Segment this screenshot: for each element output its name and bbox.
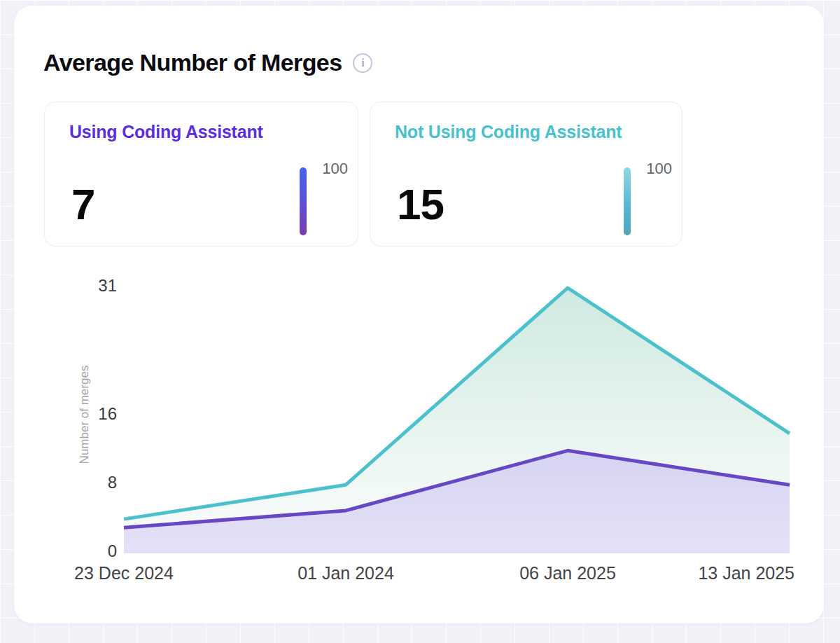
x-axis-label: 01 Jan 2024 [298, 562, 394, 583]
y-tick-label: 0 [108, 541, 117, 561]
page-title: Average Number of Merges [43, 49, 342, 76]
y-tick-label: 31 [98, 276, 117, 296]
x-axis-label: 06 Jan 2025 [519, 562, 616, 583]
stat-card-value: 7 [71, 179, 94, 229]
x-axis-label: 23 Dec 2024 [74, 562, 174, 583]
stat-scale-bar [300, 167, 307, 235]
chart-panel: Average Number of Merges i Using Coding … [14, 6, 824, 623]
stat-scale-bar [624, 167, 631, 235]
y-axis-title: Number of merges [78, 366, 92, 464]
x-axis-label: 13 Jan 2025 [698, 562, 794, 583]
y-tick-label: 16 [98, 404, 117, 424]
stat-card-not-using-assistant: Not Using Coding Assistant 15 100 [370, 102, 682, 247]
info-icon[interactable]: i [353, 53, 372, 73]
stat-scale-max: 100 [646, 160, 672, 178]
stat-scale-max: 100 [322, 160, 348, 178]
stat-card-label: Not Using Coding Assistant [395, 122, 622, 142]
stat-card-value: 15 [397, 179, 444, 229]
y-tick-label: 8 [108, 473, 117, 492]
stat-card-label: Using Coding Assistant [69, 122, 263, 142]
stat-card-using-assistant: Using Coding Assistant 7 100 [44, 102, 358, 247]
panel-header: Average Number of Merges i [43, 49, 372, 76]
